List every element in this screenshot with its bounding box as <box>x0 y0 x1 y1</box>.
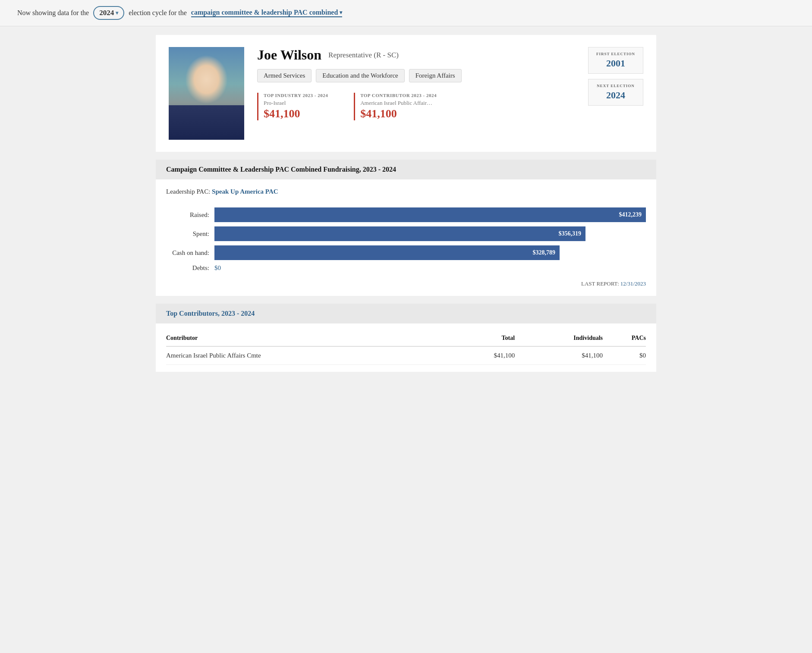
contributors-header: Top Contributors, 2023 - 2024 <box>156 304 656 323</box>
top-industry-block: TOP INDUSTRY 2023 - 2024 Pro-Israel $41,… <box>257 93 328 120</box>
debts-row: Debts: $0 <box>166 264 646 272</box>
top-contributor-value: $41,100 <box>360 107 437 120</box>
last-report: LAST REPORT: 12/31/2023 <box>166 280 646 287</box>
contributors-table: Contributor Total Individuals PACs Ameri… <box>166 330 646 365</box>
debts-value: $0 <box>214 264 221 272</box>
spent-bar: $356,319 <box>214 226 585 241</box>
contributors-title: Top Contributors, 2023 - 2024 <box>166 310 255 317</box>
contributor-name: American Israel Public Affairs Cmte <box>166 346 451 365</box>
committee-chevron-icon: ▾ <box>340 9 342 16</box>
profile-title: Representative (R - SC) <box>328 51 399 60</box>
top-industry-value: $41,100 <box>264 107 328 120</box>
col-header-contributor: Contributor <box>166 330 451 346</box>
committee-label: campaign committee & leadership PAC comb… <box>191 9 338 16</box>
raised-value: $412,239 <box>619 211 642 218</box>
committee-tag-foreign-affairs: Foreign Affairs <box>409 69 462 82</box>
fundraising-body: Leadership PAC: Speak Up America PAC Rai… <box>156 179 656 296</box>
top-contributor-label: TOP CONTRIBUTOR 2023 - 2024 <box>360 93 437 98</box>
main-content: Joe Wilson Representative (R - SC) Armed… <box>147 26 665 388</box>
raised-bar-container: $412,239 <box>214 207 646 222</box>
contributor-total: $41,100 <box>451 346 515 365</box>
raised-label: Raised: <box>166 211 209 219</box>
col-header-total: Total <box>451 330 515 346</box>
election-boxes: FIRST ELECTION 2001 NEXT ELECTION 2024 <box>588 47 643 106</box>
profile-name-row: Joe Wilson Representative (R - SC) <box>257 47 643 63</box>
raised-row: Raised: $412,239 <box>166 207 646 222</box>
col-header-pacs: PACs <box>603 330 646 346</box>
next-election-year: 2024 <box>596 90 635 101</box>
contributors-thead: Contributor Total Individuals PACs <box>166 330 646 346</box>
last-report-date[interactable]: 12/31/2023 <box>620 280 646 287</box>
cycle-year: 2024 <box>99 9 114 17</box>
committee-tag-armed-services: Armed Services <box>257 69 312 82</box>
raised-bar: $412,239 <box>214 207 646 222</box>
profile-info: Joe Wilson Representative (R - SC) Armed… <box>257 47 643 120</box>
top-contributor-block: TOP CONTRIBUTOR 2023 - 2024 American Isr… <box>354 93 437 120</box>
first-election-year: 2001 <box>596 58 635 69</box>
bar-chart: Raised: $412,239 Spent: $356,319 <box>166 207 646 272</box>
spent-row: Spent: $356,319 <box>166 226 646 241</box>
contributors-card: Top Contributors, 2023 - 2024 Contributo… <box>156 304 656 372</box>
top-industry-name: Pro-Israel <box>264 100 328 107</box>
top-bar: Now showing data for the 2024 ▾ election… <box>0 0 812 26</box>
spent-value: $356,319 <box>559 230 582 237</box>
committee-selector[interactable]: campaign committee & leadership PAC comb… <box>191 9 343 17</box>
cash-bar: $328,789 <box>214 245 560 260</box>
cash-value: $328,789 <box>533 249 556 256</box>
top-bar-prefix: Now showing data for the <box>17 9 89 17</box>
col-header-individuals: Individuals <box>515 330 603 346</box>
top-bar-midfix: election cycle for the <box>129 9 187 17</box>
table-row: American Israel Public Affairs Cmte $41,… <box>166 346 646 365</box>
spent-label: Spent: <box>166 230 209 238</box>
contributors-table-wrapper: Contributor Total Individuals PACs Ameri… <box>156 323 656 372</box>
committee-tag-education: Education and the Workforce <box>316 69 405 82</box>
spent-bar-container: $356,319 <box>214 226 646 241</box>
next-election-label: NEXT ELECTION <box>596 84 635 88</box>
debts-label: Debts: <box>166 264 209 272</box>
committee-tags: Armed Services Education and the Workfor… <box>257 69 643 82</box>
profile-name: Joe Wilson <box>257 47 321 63</box>
cash-label: Cash on hand: <box>166 249 209 257</box>
leadership-pac-label: Leadership PAC: Speak Up America PAC <box>166 188 646 195</box>
cash-row: Cash on hand: $328,789 <box>166 245 646 260</box>
next-election-box: NEXT ELECTION 2024 <box>588 79 643 106</box>
fundraising-card: Campaign Committee & Leadership PAC Comb… <box>156 160 656 296</box>
contributor-pacs: $0 <box>603 346 646 365</box>
contributor-individuals: $41,100 <box>515 346 603 365</box>
fundraising-title: Campaign Committee & Leadership PAC Comb… <box>166 166 396 173</box>
leadership-pac-link[interactable]: Speak Up America PAC <box>212 188 278 195</box>
top-industry-label: TOP INDUSTRY 2023 - 2024 <box>264 93 328 98</box>
contributors-tbody: American Israel Public Affairs Cmte $41,… <box>166 346 646 365</box>
top-contributor-name: American Israel Public Affair… <box>360 100 437 107</box>
cash-bar-container: $328,789 <box>214 245 646 260</box>
fundraising-header: Campaign Committee & Leadership PAC Comb… <box>156 160 656 179</box>
first-election-box: FIRST ELECTION 2001 <box>588 47 643 74</box>
last-report-label: LAST REPORT: <box>581 280 619 287</box>
profile-section: Joe Wilson Representative (R - SC) Armed… <box>156 35 656 152</box>
cycle-selector[interactable]: 2024 ▾ <box>93 6 124 20</box>
contributors-header-row: Contributor Total Individuals PACs <box>166 330 646 346</box>
profile-photo <box>169 47 244 140</box>
first-election-label: FIRST ELECTION <box>596 52 635 56</box>
stats-row: TOP INDUSTRY 2023 - 2024 Pro-Israel $41,… <box>257 93 643 120</box>
cycle-chevron-icon: ▾ <box>116 10 118 16</box>
